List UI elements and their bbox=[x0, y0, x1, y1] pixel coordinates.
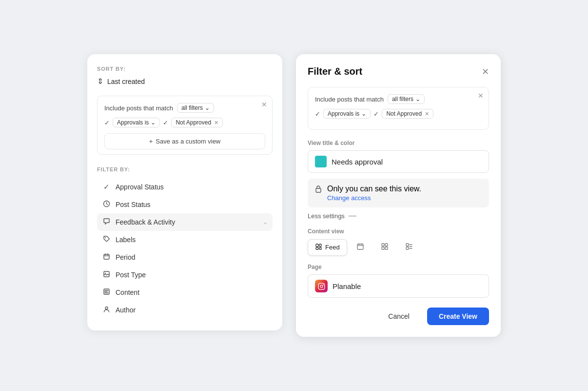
clock-icon bbox=[102, 200, 111, 209]
filter-item-feedback[interactable]: Feedback & Activity ⌄ bbox=[97, 213, 273, 231]
filter-item-approval-status[interactable]: ✓ Approval Status bbox=[97, 178, 273, 196]
sort-option: Last created bbox=[107, 78, 145, 85]
feed-icon bbox=[315, 243, 322, 252]
comment-icon bbox=[102, 218, 111, 226]
approvals-chevron-icon: ⌄ bbox=[151, 119, 156, 126]
svg-rect-9 bbox=[316, 247, 318, 249]
filter-item-period[interactable]: Period bbox=[97, 248, 273, 266]
approvals-row-right: ✓ Approvals is ⌄ ✓ Not Approved ✕ bbox=[315, 109, 482, 119]
filter-box-right: ✕ Include posts that match all filters ⌄… bbox=[308, 87, 489, 130]
panel-header: Filter & sort ✕ bbox=[308, 66, 489, 77]
less-settings-label: Less settings bbox=[308, 212, 345, 220]
author-icon bbox=[102, 306, 111, 314]
private-notice: Only you can see this view. Change acces… bbox=[308, 179, 489, 207]
approvals-tag-right[interactable]: Approvals is ⌄ bbox=[323, 109, 371, 119]
sort-row: ⇕ Last created bbox=[97, 77, 273, 86]
calendar-icon bbox=[102, 253, 111, 262]
main-container: SORT BY: ⇕ Last created ✕ Include posts … bbox=[87, 54, 501, 337]
color-swatch[interactable] bbox=[315, 156, 327, 167]
action-buttons: Cancel Create View bbox=[308, 308, 489, 325]
panel-title: Filter & sort bbox=[308, 66, 362, 77]
minus-icon: — bbox=[349, 211, 356, 220]
filter-box-close-right[interactable]: ✕ bbox=[478, 92, 484, 99]
plus-icon: + bbox=[149, 138, 153, 145]
create-view-button[interactable]: Create View bbox=[427, 308, 489, 325]
content-icon bbox=[102, 288, 111, 297]
image-icon bbox=[102, 270, 111, 279]
filter-label-approval: Approval Status bbox=[116, 183, 164, 191]
view-title-row[interactable] bbox=[308, 150, 489, 173]
feed-label: Feed bbox=[325, 244, 340, 251]
sort-by-label: SORT BY: bbox=[97, 66, 273, 72]
chevron-icon: ⌄ bbox=[205, 104, 210, 111]
not-approved-check-left: ✓ bbox=[163, 119, 168, 126]
view-option-list[interactable] bbox=[398, 239, 420, 256]
filter-label-post-type: Post Type bbox=[116, 271, 146, 279]
approvals-row-left: ✓ Approvals is ⌄ ✓ Not Approved ✕ bbox=[104, 118, 265, 127]
svg-rect-19 bbox=[318, 283, 325, 289]
svg-rect-10 bbox=[319, 244, 321, 247]
filter-label-post-status: Post Status bbox=[116, 201, 151, 208]
svg-rect-2 bbox=[104, 254, 109, 259]
filter-item-post-type[interactable]: Post Type bbox=[97, 266, 273, 284]
filter-item-content[interactable]: Content bbox=[97, 284, 273, 301]
view-option-calendar[interactable] bbox=[349, 239, 372, 256]
filter-item-labels[interactable]: Labels bbox=[97, 231, 273, 248]
private-text: Only you can see this view. bbox=[327, 185, 421, 193]
page-row[interactable]: Planable bbox=[308, 274, 489, 298]
cancel-button[interactable]: Cancel bbox=[376, 308, 421, 325]
not-approved-x-right[interactable]: ✕ bbox=[425, 111, 429, 117]
not-approved-x-left[interactable]: ✕ bbox=[214, 120, 218, 126]
chevron-icon-right: ⌄ bbox=[415, 96, 420, 103]
svg-rect-12 bbox=[357, 244, 363, 249]
svg-rect-18 bbox=[406, 247, 409, 249]
page-label: Page bbox=[308, 264, 489, 270]
save-custom-view-btn[interactable]: + Save as a custom view bbox=[104, 133, 265, 149]
include-match-label-left: Include posts that match bbox=[104, 104, 173, 112]
not-approved-tag-left[interactable]: Not Approved ✕ bbox=[171, 118, 223, 127]
chevron-down-icon: ⌄ bbox=[263, 219, 268, 226]
instagram-icon bbox=[315, 280, 328, 292]
svg-point-20 bbox=[320, 285, 323, 288]
right-panel: Filter & sort ✕ ✕ Include posts that mat… bbox=[296, 54, 501, 337]
check-icon-left: ✓ bbox=[104, 119, 110, 126]
panel-close-btn[interactable]: ✕ bbox=[482, 67, 489, 76]
approvals-chevron-right: ⌄ bbox=[361, 110, 366, 117]
less-settings-row[interactable]: Less settings — bbox=[308, 211, 489, 220]
svg-rect-15 bbox=[382, 247, 384, 249]
calendar-view-icon bbox=[356, 243, 364, 252]
svg-point-1 bbox=[105, 237, 106, 238]
svg-rect-14 bbox=[385, 244, 388, 246]
svg-point-4 bbox=[105, 273, 106, 274]
svg-rect-13 bbox=[382, 244, 384, 246]
svg-rect-8 bbox=[316, 244, 318, 247]
lock-icon bbox=[314, 185, 322, 194]
label-icon bbox=[102, 235, 111, 244]
view-title-input[interactable] bbox=[332, 158, 482, 166]
list-icon bbox=[405, 243, 413, 252]
filter-label-period: Period bbox=[116, 253, 135, 261]
include-row-left: Include posts that match all filters ⌄ bbox=[104, 103, 265, 113]
check-icon-right: ✓ bbox=[315, 110, 320, 118]
svg-rect-17 bbox=[406, 244, 409, 246]
not-approved-check-right: ✓ bbox=[373, 110, 379, 118]
approvals-tag-left[interactable]: Approvals is ⌄ bbox=[113, 118, 160, 127]
svg-point-21 bbox=[323, 284, 324, 285]
not-approved-tag-right[interactable]: Not Approved ✕ bbox=[382, 109, 433, 119]
filter-label-labels: Labels bbox=[116, 236, 136, 244]
view-title-color-label: View title & color bbox=[308, 140, 489, 146]
change-access-link[interactable]: Change access bbox=[327, 194, 421, 202]
filter-item-post-status[interactable]: Post Status bbox=[97, 196, 273, 213]
all-filters-btn-right[interactable]: all filters ⌄ bbox=[388, 94, 425, 104]
check-icon: ✓ bbox=[102, 183, 111, 191]
svg-rect-11 bbox=[319, 247, 321, 249]
filter-item-author[interactable]: Author bbox=[97, 301, 273, 319]
filter-box-close-left[interactable]: ✕ bbox=[261, 101, 267, 108]
view-option-feed[interactable]: Feed bbox=[308, 239, 347, 256]
filter-label-feedback: Feedback & Activity bbox=[116, 218, 175, 226]
page-name: Planable bbox=[333, 282, 361, 290]
left-panel: SORT BY: ⇕ Last created ✕ Include posts … bbox=[87, 54, 282, 330]
all-filters-btn-left[interactable]: all filters ⌄ bbox=[177, 103, 214, 113]
filter-label-author: Author bbox=[116, 306, 136, 314]
view-option-grid[interactable] bbox=[373, 239, 396, 256]
